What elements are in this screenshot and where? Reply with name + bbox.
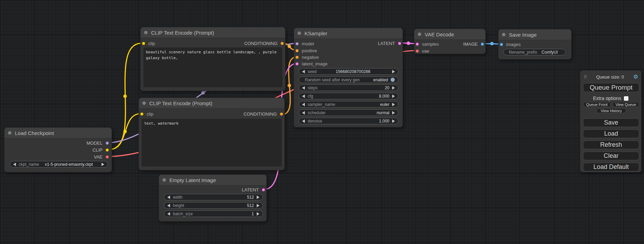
save-button[interactable]: Save (583, 118, 639, 127)
output-slot-image[interactable]: IMAGE (463, 40, 484, 47)
output-slot-vae[interactable]: VAE (94, 153, 109, 160)
input-slot-positive[interactable]: positive (295, 47, 317, 54)
latent-slot-icon[interactable] (398, 42, 401, 45)
clear-button[interactable]: Clear (583, 152, 639, 160)
widget-seed[interactable]: seed 156680208700286 (299, 68, 398, 75)
conditioning-slot-icon[interactable] (295, 56, 299, 59)
queue-prompt-button[interactable]: Queue Prompt (583, 83, 639, 92)
node-header[interactable]: Load Checkpoint (5, 128, 112, 138)
node-empty-latent-image[interactable]: Empty Latent Image LATENT width 512 heig… (159, 174, 267, 222)
widget-cfg[interactable]: cfg 8.000 (299, 93, 398, 99)
node-clip-text-encode-negative[interactable]: CLIP Text Encode (Prompt) clip CONDITION… (139, 98, 285, 170)
decrement-arrow-icon[interactable] (302, 103, 305, 106)
collapse-dot-icon[interactable] (298, 31, 301, 35)
conditioning-slot-icon[interactable] (280, 112, 283, 116)
widget-scheduler[interactable]: scheduler normal (299, 109, 398, 116)
input-slot-images[interactable]: images (500, 41, 521, 48)
refresh-button[interactable]: Refresh (583, 141, 639, 149)
toggle-enabled-icon[interactable] (390, 78, 395, 82)
increment-arrow-icon[interactable] (392, 70, 395, 73)
node-clip-text-encode-positive[interactable]: CLIP Text Encode (Prompt) clip CONDITION… (140, 27, 285, 91)
increment-arrow-icon[interactable] (392, 119, 395, 123)
comfyui-canvas[interactable]: { "canvas": {"background": "#212224"}, "… (0, 0, 644, 244)
widget-steps[interactable]: steps 20 (299, 84, 398, 91)
input-slot-samples[interactable]: samples (416, 40, 439, 47)
node-header[interactable]: Empty Latent Image (159, 175, 266, 186)
node-header[interactable]: Save Image (499, 29, 571, 40)
node-header[interactable]: VAE Decode (414, 29, 485, 40)
output-slot-conditioning[interactable]: CONDITIONING (244, 40, 284, 47)
increment-arrow-icon[interactable] (102, 163, 104, 166)
decrement-arrow-icon[interactable] (302, 70, 305, 73)
queue-front-button[interactable]: Queue Front (583, 102, 611, 107)
decrement-arrow-icon[interactable] (302, 94, 305, 98)
widget-batch-size[interactable]: batch_size 1 (164, 210, 263, 217)
latent-slot-icon[interactable] (262, 188, 265, 191)
input-slot-clip[interactable]: clip (142, 40, 155, 47)
increment-arrow-icon[interactable] (392, 94, 395, 98)
node-load-checkpoint[interactable]: Load Checkpoint MODEL CLIP VAE ckpt_name… (4, 127, 112, 172)
latent-slot-icon[interactable] (295, 62, 299, 65)
input-slot-latent-image[interactable]: latent_image (295, 60, 327, 67)
extra-options-checkbox[interactable] (624, 96, 628, 101)
node-vae-decode[interactable]: VAE Decode samples IMAGE vae (414, 29, 486, 54)
collapse-dot-icon[interactable] (8, 131, 11, 135)
output-slot-latent[interactable]: LATENT (242, 186, 265, 193)
widget-ckpt-name[interactable]: ckpt_name v1-5-pruned-emaonly.ckpt (10, 161, 108, 168)
negative-prompt-textarea[interactable]: text, watermark (142, 119, 282, 166)
node-header[interactable]: CLIP Text Encode (Prompt) (139, 98, 284, 109)
increment-arrow-icon[interactable] (392, 86, 395, 90)
output-slot-latent[interactable]: LATENT (378, 40, 401, 47)
output-slot-model[interactable]: MODEL (87, 139, 109, 146)
decrement-arrow-icon[interactable] (13, 163, 16, 166)
clip-slot-icon[interactable] (142, 42, 145, 45)
widget-sampler-name[interactable]: sampler_name euler (299, 101, 398, 108)
node-ksampler[interactable]: KSampler model LATENT positive negative … (294, 28, 403, 127)
decrement-arrow-icon[interactable] (302, 111, 305, 115)
widget-random-seed-toggle[interactable]: Random seed after every gen enabled (299, 76, 398, 83)
decrement-arrow-icon[interactable] (302, 86, 305, 90)
collapse-dot-icon[interactable] (144, 31, 148, 34)
conditioning-slot-icon[interactable] (295, 49, 299, 52)
vae-slot-icon[interactable] (416, 49, 419, 53)
latent-slot-icon[interactable] (416, 43, 419, 46)
collapse-dot-icon[interactable] (418, 33, 421, 36)
conditioning-slot-icon[interactable] (281, 42, 284, 45)
node-header[interactable]: KSampler (294, 28, 403, 39)
collapse-dot-icon[interactable] (142, 101, 146, 105)
input-slot-clip[interactable]: clip (140, 110, 153, 117)
input-slot-negative[interactable]: negative (295, 54, 319, 61)
view-queue-button[interactable]: View Queue (612, 102, 639, 107)
input-slot-vae[interactable]: vae (416, 47, 429, 54)
load-button[interactable]: Load (583, 129, 639, 138)
image-slot-icon[interactable] (500, 43, 503, 46)
model-slot-icon[interactable] (295, 42, 299, 45)
widget-height[interactable]: height 512 (164, 202, 263, 209)
model-slot-icon[interactable] (106, 142, 109, 145)
clip-slot-icon[interactable] (106, 148, 109, 152)
vae-slot-icon[interactable] (106, 155, 109, 159)
node-save-image[interactable]: Save Image images filename_prefix ComfyU… (498, 29, 572, 60)
increment-arrow-icon[interactable] (392, 103, 395, 106)
widget-denoise[interactable]: denoise 1.000 (299, 118, 398, 124)
decrement-arrow-icon[interactable] (167, 196, 170, 199)
settings-gear-icon[interactable]: ⚙ (633, 74, 638, 80)
drag-handle-icon[interactable]: ⠿ (584, 74, 587, 80)
node-header[interactable]: CLIP Text Encode (Prompt) (141, 27, 285, 38)
positive-prompt-textarea[interactable]: beautiful scenery nature glass bottle la… (143, 47, 282, 87)
increment-arrow-icon[interactable] (392, 111, 395, 115)
widget-filename-prefix[interactable]: filename_prefix ComfyUI (503, 49, 566, 55)
widget-width[interactable]: width 512 (164, 194, 263, 200)
collapse-dot-icon[interactable] (162, 178, 166, 182)
decrement-arrow-icon[interactable] (167, 204, 170, 207)
decrement-arrow-icon[interactable] (167, 212, 170, 216)
clip-slot-icon[interactable] (140, 112, 143, 116)
output-slot-conditioning[interactable]: CONDITIONING (244, 110, 283, 117)
input-slot-model[interactable]: model (295, 40, 314, 47)
increment-arrow-icon[interactable] (257, 212, 259, 216)
image-slot-icon[interactable] (481, 43, 484, 46)
output-slot-clip[interactable]: CLIP (92, 146, 109, 153)
increment-arrow-icon[interactable] (257, 196, 259, 199)
increment-arrow-icon[interactable] (257, 204, 259, 207)
view-history-button[interactable]: View History (597, 108, 626, 113)
